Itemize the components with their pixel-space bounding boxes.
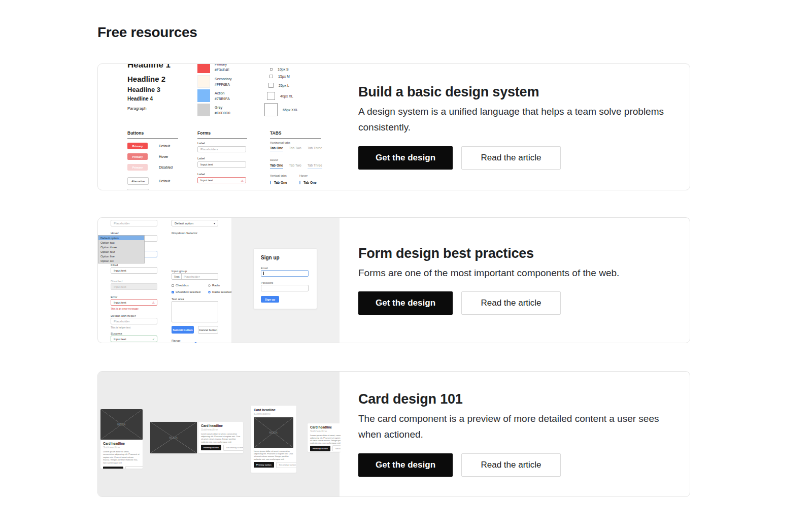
input-group-prefix: Text bbox=[172, 274, 182, 279]
secondary-action-button: Secondary action bbox=[276, 462, 296, 468]
checkbox-label: Checkbox bbox=[176, 284, 189, 287]
swatch-name: Primary bbox=[215, 64, 227, 66]
get-design-button[interactable]: Get the design bbox=[358, 146, 453, 170]
checkbox-icon bbox=[172, 284, 174, 287]
forms-section: Forms Label Placeholders Label Input tex… bbox=[197, 130, 247, 139]
resource-description: Forms are one of the most important comp… bbox=[358, 266, 670, 281]
media-label: MEDIA bbox=[269, 432, 278, 434]
error-icon: ⚠ bbox=[241, 179, 244, 182]
color-swatch bbox=[197, 75, 210, 88]
read-article-button[interactable]: Read the article bbox=[461, 453, 561, 477]
tab-three: Tab Three bbox=[308, 163, 322, 169]
chevron-down-icon: ▾ bbox=[214, 221, 215, 225]
input-text: Input text bbox=[200, 163, 213, 166]
checkbox-selected-label: Checkbox selected bbox=[176, 290, 200, 293]
card-headline: Card headline bbox=[254, 408, 293, 412]
dropdown-option-selected: Default option bbox=[98, 236, 144, 240]
size-scale-l: 25px L bbox=[268, 83, 289, 88]
card-body-text: Lorem ipsum dolor sit amet, consectetur … bbox=[103, 450, 140, 464]
placeholder-input-specimen: Placeholders bbox=[197, 146, 246, 152]
vertical-tabs-label: Vertical tabs bbox=[270, 174, 287, 177]
success-input-specimen: Input text✓ bbox=[111, 336, 157, 342]
error-state-label: Error bbox=[111, 295, 117, 299]
card-body-text: Lorem ipsum dolor sit amet, consectetur … bbox=[254, 450, 293, 460]
placeholder-text: Placeholders bbox=[200, 148, 218, 151]
dropdown-option: Option three bbox=[98, 245, 144, 249]
success-state-label: Success bbox=[111, 332, 122, 335]
swatch-name: Action bbox=[215, 91, 224, 95]
palette-swatch-secondary: Secondary#FFF6EA bbox=[197, 75, 231, 88]
dropdown-option: Option five bbox=[98, 254, 144, 258]
checkbox-specimen: Checkbox bbox=[172, 284, 189, 287]
text-cursor bbox=[263, 272, 264, 275]
horizontal-tabs-label: Horizontal tabs bbox=[270, 141, 290, 144]
card-subheadline: Subheadline bbox=[254, 412, 293, 415]
card-subheadline: Subheadline bbox=[310, 429, 341, 433]
color-swatch bbox=[197, 104, 210, 116]
primary-disabled-button-specimen: Primary bbox=[127, 164, 148, 171]
mini-card-text-only: Card headline Subheadline Lorem ipsum do… bbox=[308, 423, 341, 452]
tab-one: Tab One bbox=[270, 146, 283, 151]
mini-card-media-middle: Card headline Subheadline MEDIA Lorem ip… bbox=[251, 406, 296, 473]
alternative-button-specimen-clipped bbox=[127, 189, 149, 190]
size-scale-xl: 40px XL bbox=[267, 92, 293, 100]
resource-title: Build a basic design system bbox=[358, 84, 673, 100]
get-design-button[interactable]: Get the design bbox=[358, 291, 453, 315]
placeholder-text: Placeholder bbox=[182, 275, 200, 278]
input-text: Input text bbox=[114, 269, 126, 272]
swatch-hex: #FFF6EA bbox=[215, 83, 230, 86]
password-label: Password bbox=[261, 281, 273, 284]
primary-button-specimen: Primary bbox=[127, 143, 148, 149]
primary-action-button: Primary action bbox=[310, 446, 330, 451]
signup-title: Sign up bbox=[261, 255, 280, 260]
vertical-tab-two: Tab Two bbox=[270, 189, 286, 190]
media-placeholder: MEDIA bbox=[100, 409, 143, 440]
error-input-specimen: Input text⚠ bbox=[197, 177, 246, 183]
resource-card-card-design: MEDIA Card headline Subheadline Lorem ip… bbox=[97, 371, 690, 497]
input-text: Input text bbox=[114, 285, 126, 288]
hover-state-label: Hover bbox=[111, 232, 119, 235]
resource-content: Form design best practices Forms are one… bbox=[358, 218, 673, 343]
headline-4-specimen: Headline 4 bbox=[127, 96, 153, 102]
design-system-preview-thumbnail[interactable]: Headline 1 Headline 2 Headline 3 Headlin… bbox=[98, 64, 341, 190]
vertical-hover-tab-two: Tab Two bbox=[299, 189, 316, 190]
input-text: Input text bbox=[114, 338, 126, 341]
tab-one: Tab One bbox=[270, 163, 283, 169]
mini-card-vertical: MEDIA Card headline Subheadline Lorem ip… bbox=[100, 409, 143, 469]
get-design-button[interactable]: Get the design bbox=[358, 453, 453, 477]
paragraph-specimen: Paragraph bbox=[127, 106, 146, 111]
card-kit-preview-thumbnail[interactable]: MEDIA Card headline Subheadline Lorem ip… bbox=[98, 372, 341, 497]
signup-card-specimen: Sign up Email Password Sign up bbox=[253, 248, 317, 309]
secondary-action-button: Secondary action bbox=[125, 466, 143, 469]
swatch-hex: #D0D0D0 bbox=[215, 111, 230, 115]
field-label: Label bbox=[197, 157, 205, 160]
resource-description: The card component is a preview of more … bbox=[358, 411, 670, 443]
signup-demo-panel: Sign up Email Password Sign up bbox=[231, 218, 340, 343]
field-label: Label bbox=[197, 173, 205, 176]
radio-specimen: Radio bbox=[208, 284, 220, 287]
disabled-state-label: Disabled bbox=[111, 280, 122, 283]
disabled-input-specimen: Input text bbox=[111, 283, 157, 290]
resource-content: Build a basic design system A design sys… bbox=[358, 64, 673, 190]
button-state-label: Hover bbox=[159, 155, 168, 158]
swatch-name: Secondary bbox=[215, 77, 231, 81]
headline-1-specimen: Headline 1 bbox=[127, 64, 171, 70]
radio-selected-specimen: Radio selected bbox=[208, 290, 231, 293]
textarea-label: Text area bbox=[172, 297, 184, 301]
horizontal-tabs-specimen: Tab One Tab Two Tab Three bbox=[270, 146, 322, 151]
vertical-tab-one: Tab One bbox=[270, 181, 287, 184]
warning-icon: ⚠ bbox=[152, 301, 155, 304]
dropdown-selector-label: Dropdown Selector bbox=[172, 232, 197, 235]
error-input-specimen: Input text⚠ bbox=[111, 299, 157, 306]
mini-card-horizontal-body: Card headline Subheadline Lorem ipsum do… bbox=[198, 422, 243, 453]
read-article-button[interactable]: Read the article bbox=[461, 291, 561, 315]
primary-hover-button-specimen: Primary bbox=[127, 153, 148, 160]
button-state-label: Disabled bbox=[159, 166, 173, 169]
media-placeholder: MEDIA bbox=[150, 422, 197, 453]
headline-3-specimen: Headline 3 bbox=[127, 86, 160, 93]
form-kit-preview-thumbnail[interactable]: Placeholder Hover Input text Active Fill… bbox=[98, 218, 341, 343]
error-message: This is an error message bbox=[111, 307, 139, 310]
resource-title: Form design best practices bbox=[358, 246, 673, 261]
swatch-name: Grey bbox=[215, 106, 222, 109]
read-article-button[interactable]: Read the article bbox=[461, 146, 561, 170]
